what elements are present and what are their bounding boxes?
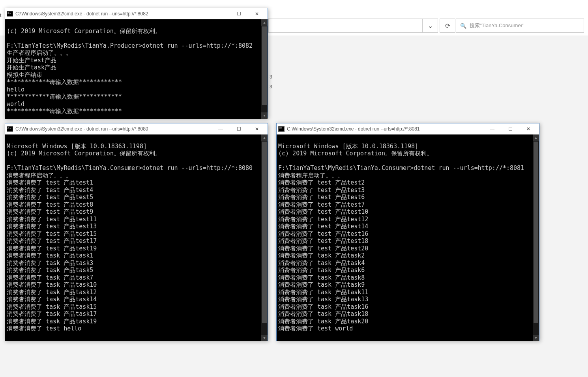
- console-line: 开始生产test产品: [7, 57, 56, 64]
- scrollbar[interactable]: ▲ ▼: [261, 134, 268, 341]
- console-line: 消费者消费了 test 产品test1: [7, 179, 93, 186]
- close-button[interactable]: ✕: [248, 8, 266, 19]
- scrollbar[interactable]: ▲ ▼: [533, 134, 539, 341]
- console-line: 消费者消费了 test 产品test8: [7, 201, 93, 208]
- scroll-up-button[interactable]: ▲: [533, 134, 539, 141]
- console-line: 消费者消费了 test 产品test6: [278, 194, 365, 201]
- console-line: 消费者消费了 task 产品task1: [7, 252, 93, 259]
- console-output[interactable]: Microsoft Windows [版本 10.0.18363.1198] (…: [5, 134, 268, 341]
- console-line: 消费者消费了 test 产品test14: [278, 223, 368, 230]
- console-line: 消费者程序启动了。。。: [278, 172, 343, 179]
- console-line: F:\TianYaTest\MyRedis\TianYa.Consumer>do…: [278, 164, 524, 172]
- console-line: Microsoft Windows [版本 10.0.18363.1198]: [7, 143, 147, 150]
- console-line: 消费者消费了 task 产品task9: [278, 281, 365, 288]
- scrollbar-thumb[interactable]: [534, 142, 538, 323]
- titlebar[interactable]: C:\Windows\System32\cmd.exe - dotnet run…: [5, 8, 268, 19]
- address-dropdown-button[interactable]: ⌄: [422, 19, 438, 33]
- refresh-icon: ⟳: [445, 22, 450, 30]
- console-line: 消费者消费了 task 产品task15: [7, 303, 97, 310]
- scroll-down-button[interactable]: ▼: [533, 335, 539, 341]
- console-line: F:\TianYaTest\MyRedis\TianYa.Consumer>do…: [7, 164, 253, 172]
- console-line: 消费者消费了 test 产品test19: [7, 245, 97, 252]
- close-button[interactable]: ✕: [519, 123, 537, 134]
- console-line: 消费者消费了 test 产品test16: [278, 230, 368, 237]
- console-line: 消费者消费了 test 产品test9: [7, 208, 93, 215]
- console-line: 消费者消费了 task 产品task17: [7, 310, 97, 317]
- scroll-up-button[interactable]: ▲: [261, 134, 268, 141]
- console-line: 消费者消费了 test 产品test18: [278, 237, 368, 244]
- console-line: 消费者消费了 task 产品task20: [278, 318, 368, 325]
- console-line: 消费者消费了 test 产品test7: [278, 201, 365, 208]
- console-line: F:\TianYaTest\MyRedis\TianYa.Producer>do…: [7, 42, 253, 49]
- maximize-button[interactable]: ☐: [230, 8, 248, 19]
- titlebar[interactable]: C:\Windows\System32\cmd.exe - dotnet run…: [5, 123, 268, 134]
- address-bar[interactable]: [268, 19, 422, 33]
- cmd-window-consumer-8081[interactable]: C:\Windows\System32\cmd.exe - dotnet run…: [276, 123, 539, 341]
- console-line: 消费者消费了 task 产品task18: [278, 310, 368, 317]
- console-line: ************请输入数据************: [7, 78, 122, 86]
- console-line: 消费者消费了 test 产品test2: [278, 179, 365, 186]
- console-line: 消费者消费了 test 产品test12: [278, 216, 368, 223]
- console-line: 消费者消费了 task 产品task5: [7, 267, 93, 274]
- scrollbar[interactable]: ▲ ▼: [261, 19, 268, 119]
- console-line: 消费者消费了 test 产品test15: [7, 230, 97, 237]
- console-line: 消费者消费了 task 产品task8: [278, 274, 365, 281]
- console-line: hello: [7, 86, 24, 93]
- scroll-down-button[interactable]: ▼: [261, 112, 268, 119]
- minimize-button[interactable]: —: [212, 123, 230, 134]
- console-line: 消费者消费了 test 产品test3: [278, 187, 365, 194]
- minimize-button[interactable]: —: [483, 123, 501, 134]
- search-icon: 🔍: [460, 23, 466, 29]
- refresh-button[interactable]: ⟳: [440, 19, 455, 33]
- cmd-window-consumer-8080[interactable]: C:\Windows\System32\cmd.exe - dotnet run…: [5, 123, 268, 341]
- console-line: ************请输入数据************: [7, 93, 122, 100]
- console-line: 消费者消费了 test world: [278, 325, 353, 332]
- cmd-window-producer[interactable]: C:\Windows\System32\cmd.exe - dotnet run…: [5, 8, 268, 118]
- maximize-button[interactable]: ☐: [230, 123, 248, 134]
- cmd-icon: [278, 126, 285, 132]
- console-line: 消费者消费了 test 产品test17: [7, 237, 97, 244]
- console-line: 消费者消费了 test 产品test5: [7, 194, 93, 201]
- scrollbar-thumb[interactable]: [262, 142, 267, 323]
- search-input[interactable]: 🔍 搜索"TianYa.Consumer": [456, 19, 584, 33]
- minimize-button[interactable]: —: [212, 8, 230, 19]
- console-line: 消费者消费了 task 产品task13: [278, 296, 368, 303]
- console-line: 消费者消费了 test hello: [7, 325, 81, 332]
- console-line: (c) 2019 Microsoft Corporation。保留所有权利。: [7, 150, 161, 157]
- console-output[interactable]: Microsoft Windows [版本 10.0.18363.1198] (…: [277, 134, 539, 341]
- console-line: 消费者消费了 test 产品test4: [7, 187, 93, 194]
- console-line: 消费者消费了 test 产品test13: [7, 223, 97, 230]
- console-line: 消费者消费了 test 产品test11: [7, 216, 97, 223]
- window-title: C:\Windows\System32\cmd.exe - dotnet run…: [15, 11, 212, 17]
- console-line: 消费者消费了 task 产品task12: [7, 289, 97, 296]
- scroll-up-button[interactable]: ▲: [261, 19, 268, 26]
- console-line: ************请输入数据************: [7, 108, 122, 115]
- console-line: (c) 2019 Microsoft Corporation。保留所有权利。: [278, 150, 433, 157]
- console-line: 模拟生产结束: [7, 71, 42, 78]
- maximize-button[interactable]: ☐: [501, 123, 519, 134]
- console-line: 消费者消费了 test 产品test20: [278, 245, 368, 252]
- console-line: 消费者消费了 task 产品task3: [7, 259, 93, 267]
- console-line: 消费者消费了 task 产品task11: [278, 289, 368, 296]
- console-line: 消费者消费了 task 产品task19: [7, 318, 97, 325]
- console-output[interactable]: (c) 2019 Microsoft Corporation。保留所有权利。 F…: [5, 19, 268, 119]
- chevron-down-icon: ⌄: [428, 22, 433, 30]
- console-line: 消费者消费了 task 产品task6: [278, 267, 365, 274]
- bg-item: 3: [270, 84, 272, 90]
- console-line: 消费者消费了 task 产品task16: [278, 303, 368, 310]
- console-line: world: [7, 101, 24, 108]
- console-line: 消费者消费了 task 产品task4: [278, 259, 365, 267]
- scrollbar-thumb[interactable]: [262, 26, 267, 105]
- cmd-icon: [7, 11, 13, 17]
- window-title: C:\Windows\System32\cmd.exe - dotnet run…: [287, 126, 483, 132]
- scroll-down-button[interactable]: ▼: [261, 335, 268, 341]
- console-line: 消费者消费了 task 产品task2: [278, 252, 365, 259]
- titlebar[interactable]: C:\Windows\System32\cmd.exe - dotnet run…: [277, 123, 539, 134]
- console-line: 消费者消费了 task 产品task14: [7, 296, 97, 303]
- bg-item: 3: [270, 74, 272, 80]
- console-line: 消费者消费了 task 产品task7: [7, 274, 93, 281]
- console-line: 生产者程序启动了。。。: [7, 49, 72, 56]
- partial-char: t: [0, 13, 1, 18]
- close-button[interactable]: ✕: [248, 123, 266, 134]
- console-line: (c) 2019 Microsoft Corporation。保留所有权利。: [7, 28, 161, 35]
